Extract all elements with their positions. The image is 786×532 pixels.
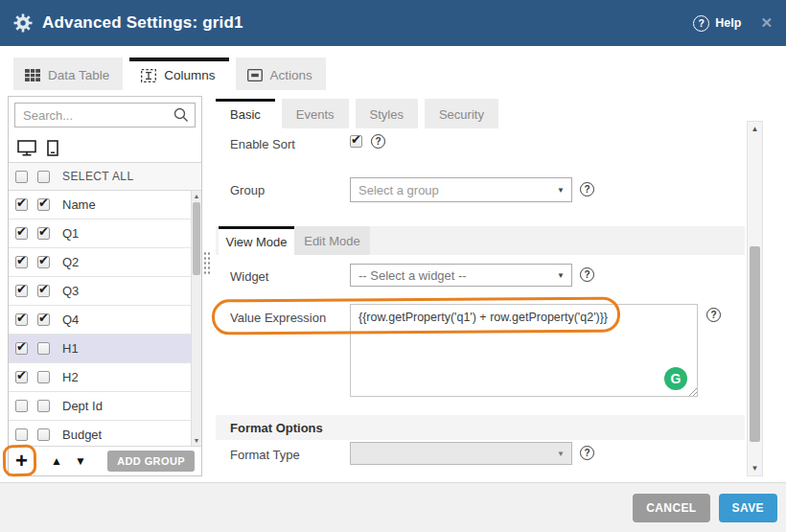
select-all-row[interactable]: SELECT ALL (9, 163, 201, 191)
format-options-header: Format Options (216, 415, 745, 440)
column-list-item[interactable]: Q2 (9, 248, 201, 277)
scroll-down-icon[interactable]: ▼ (192, 437, 201, 444)
columns-list-scrollbar[interactable]: ▲ ▼ (191, 191, 201, 446)
cancel-button[interactable]: CANCEL (633, 494, 709, 522)
column-list-item[interactable]: H1 (9, 335, 201, 363)
scrollbar-thumb[interactable] (193, 202, 200, 275)
tab-events[interactable]: Events (282, 99, 349, 128)
save-button[interactable]: SAVE (719, 494, 777, 522)
mobile-visibility-checkbox[interactable] (37, 371, 50, 383)
format-options-label: Format Options (230, 421, 323, 435)
mobile-visibility-checkbox[interactable] (37, 428, 50, 441)
column-label: Budget (62, 428, 102, 442)
value-expression-label: Value Expression (230, 311, 326, 325)
tab-view-mode[interactable]: View Mode (219, 226, 294, 255)
scroll-up-icon[interactable]: ▲ (748, 125, 762, 133)
columns-toolbar: + ▲ ▼ ADD GROUP (9, 446, 201, 475)
group-help-icon[interactable]: ? (580, 182, 594, 197)
mobile-visibility-checkbox[interactable] (37, 400, 50, 412)
desktop-visibility-checkbox[interactable] (15, 428, 28, 441)
select-all-mobile-checkbox[interactable] (37, 171, 50, 183)
column-label: Q4 (62, 312, 79, 327)
mobile-visibility-checkbox[interactable] (37, 256, 50, 268)
settings-tab-bar: Basic Events Styles Security (216, 99, 498, 128)
value-expression-help-icon[interactable]: ? (706, 308, 721, 322)
widget-label: Widget (230, 269, 268, 284)
column-label: Name (62, 197, 96, 212)
format-type-select[interactable]: ▼ (350, 442, 572, 465)
column-label: Q1 (62, 226, 79, 241)
group-select[interactable]: Select a group ▼ (350, 177, 572, 202)
data-table-icon (25, 69, 40, 81)
search-input[interactable] (14, 103, 196, 127)
desktop-icon[interactable] (17, 140, 36, 156)
desktop-visibility-checkbox[interactable] (15, 400, 28, 412)
enable-sort-help-icon[interactable]: ? (371, 134, 385, 149)
mobile-visibility-checkbox[interactable] (37, 342, 50, 355)
widget-select[interactable]: -- Select a widget -- ▼ (350, 264, 572, 287)
dialog-title: Advanced Settings: grid1 (42, 13, 243, 33)
tab-data-table[interactable]: Data Table (13, 58, 123, 90)
column-list-item[interactable]: Name (9, 191, 201, 220)
tab-edit-mode[interactable]: Edit Mode (294, 226, 370, 255)
gear-icon (13, 13, 33, 33)
value-expression-input[interactable]: {{row.getProperty('q1') + row.getPropert… (350, 304, 698, 397)
select-all-desktop-checkbox[interactable] (15, 171, 28, 183)
mobile-icon[interactable] (47, 140, 58, 156)
scroll-up-icon[interactable]: ▲ (192, 193, 201, 199)
chevron-down-icon: ▼ (557, 186, 565, 195)
column-list-item[interactable]: Q1 (9, 220, 201, 248)
column-settings-panel: Basic Events Styles Security Enable Sort… (216, 96, 745, 479)
tab-security[interactable]: Security (425, 99, 498, 128)
column-list-item[interactable]: Q3 (9, 277, 201, 306)
mode-tab-bar: View Mode Edit Mode (216, 226, 745, 255)
add-column-button[interactable]: + (15, 451, 38, 471)
tab-columns[interactable]: Columns (129, 58, 228, 90)
search-icon[interactable] (173, 107, 189, 123)
column-list-item[interactable]: Dept Id (9, 392, 201, 421)
help-icon[interactable]: ? (693, 15, 709, 32)
help-label[interactable]: Help (715, 16, 741, 30)
column-list-item[interactable]: Budget (9, 421, 201, 446)
move-up-button[interactable]: ▲ (51, 454, 62, 468)
scroll-down-icon[interactable]: ▼ (748, 464, 762, 473)
enable-sort-checkbox[interactable] (350, 135, 362, 148)
chevron-down-icon: ▼ (557, 450, 565, 458)
format-type-help-icon[interactable]: ? (580, 446, 594, 460)
mobile-visibility-checkbox[interactable] (37, 198, 50, 211)
columns-list: Name Q1 Q2 Q3 Q4 H1 H2 De (9, 191, 201, 446)
tab-actions[interactable]: Actions (236, 58, 326, 90)
column-list-item[interactable]: Q4 (9, 306, 201, 335)
widget-help-icon[interactable]: ? (580, 267, 594, 282)
desktop-visibility-checkbox[interactable] (15, 342, 28, 355)
settings-panel-scrollbar[interactable]: ▲ ▼ (747, 121, 763, 476)
desktop-visibility-checkbox[interactable] (15, 313, 28, 326)
desktop-visibility-checkbox[interactable] (15, 256, 28, 268)
desktop-visibility-checkbox[interactable] (15, 198, 28, 211)
select-all-label: SELECT ALL (62, 170, 134, 183)
desktop-visibility-checkbox[interactable] (15, 371, 28, 383)
scrollbar-thumb[interactable] (750, 246, 760, 442)
panel-splitter-handle[interactable] (203, 251, 211, 276)
add-group-button[interactable]: ADD GROUP (107, 451, 195, 472)
desktop-visibility-checkbox[interactable] (15, 227, 28, 240)
close-icon[interactable]: ✕ (760, 14, 773, 32)
main-tab-bar: Data Table Columns Actions (13, 58, 326, 90)
tab-basic[interactable]: Basic (216, 99, 275, 128)
column-label: H1 (62, 341, 79, 356)
dialog-footer: CANCEL SAVE (0, 482, 786, 532)
desktop-visibility-checkbox[interactable] (15, 285, 28, 297)
move-down-button[interactable]: ▼ (75, 454, 86, 468)
group-select-value: Select a group (358, 183, 439, 197)
column-label: Dept Id (62, 399, 103, 413)
device-toggle-row (9, 133, 201, 163)
mobile-visibility-checkbox[interactable] (37, 285, 50, 297)
columns-sidebar: SELECT ALL Name Q1 Q2 Q3 Q4 H1 (8, 96, 202, 476)
tab-styles[interactable]: Styles (356, 99, 418, 128)
mobile-visibility-checkbox[interactable] (37, 313, 50, 326)
chevron-down-icon: ▼ (557, 271, 565, 280)
advanced-settings-dialog: Advanced Settings: grid1 ? Help ✕ Data T… (0, 0, 786, 532)
column-list-item[interactable]: H2 (9, 363, 201, 392)
grammarly-icon[interactable]: G (664, 367, 687, 390)
mobile-visibility-checkbox[interactable] (37, 227, 50, 240)
